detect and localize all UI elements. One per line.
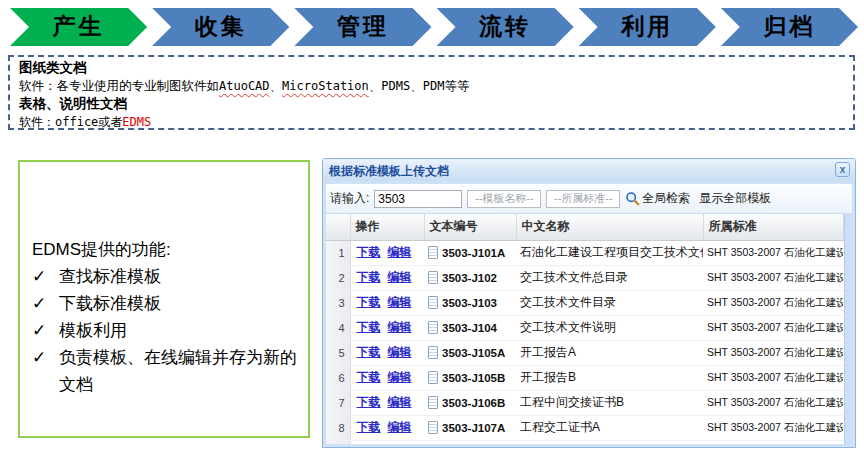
document-icon — [428, 371, 438, 384]
dialog-titlebar[interactable]: 根据标准模板上传文档 x — [323, 159, 855, 181]
document-icon — [428, 246, 438, 259]
document-icon — [428, 396, 438, 409]
vertical-scrollbar[interactable] — [844, 214, 853, 447]
download-link[interactable]: 下载 — [357, 295, 381, 309]
search-input[interactable] — [374, 190, 462, 208]
table-row: 6 下载编辑 3503-J105B 开工报告B SHT 3503-2007 石油… — [326, 365, 843, 390]
document-icon — [428, 271, 438, 284]
download-link[interactable]: 下载 — [357, 245, 381, 259]
dialog-body: 请输入: 全局检索 显示全部模板 — [323, 181, 855, 447]
flow-step-manage[interactable]: 管理 — [294, 8, 431, 46]
search-input-label: 请输入: — [330, 190, 369, 207]
standard-filter[interactable] — [546, 190, 620, 208]
edit-link[interactable]: 编辑 — [388, 295, 412, 309]
global-search-label: 全局检索 — [642, 190, 690, 207]
flow-step-transfer[interactable]: 流转 — [437, 8, 574, 46]
download-link[interactable]: 下载 — [357, 370, 381, 384]
edms-features-box: EDMS提供的功能: ✓ 查找标准模板 ✓ 下载标准模板 ✓ 模板利用 ✓ 负责… — [18, 160, 310, 438]
edit-link[interactable]: 编辑 — [388, 245, 412, 259]
show-all-templates-button[interactable]: 显示全部模板 — [699, 190, 771, 207]
document-icon — [428, 296, 438, 309]
table-row-partial — [326, 440, 843, 447]
note-line-drawing-software: 软件：各专业使用的专业制图软件如AtuoCAD、MicroStation、PDM… — [19, 77, 844, 95]
software-term: AtuoCAD — [219, 79, 270, 93]
check-icon: ✓ — [32, 263, 59, 290]
table-row: 7 下载编辑 3503-J106B 工程中间交接证书B SHT 3503-200… — [326, 390, 843, 415]
software-term: MicroStation — [282, 79, 369, 93]
close-icon[interactable]: x — [835, 162, 850, 177]
edms-term: EDMS — [122, 115, 151, 129]
template-name-filter[interactable] — [467, 190, 541, 208]
download-link[interactable]: 下载 — [357, 420, 381, 434]
software-term: PDM — [423, 79, 445, 93]
dialog-title: 根据标准模板上传文档 — [329, 164, 449, 178]
edit-link[interactable]: 编辑 — [388, 395, 412, 409]
flow-step-use[interactable]: 利用 — [579, 8, 716, 46]
edit-link[interactable]: 编辑 — [388, 270, 412, 284]
table-row: 5 下载编辑 3503-J105A 开工报告A SHT 3503-2007 石油… — [326, 340, 843, 365]
features-heading: EDMS提供的功能: — [32, 236, 304, 263]
note-heading-tables: 表格、说明性文档 — [19, 95, 844, 113]
check-icon: ✓ — [32, 317, 59, 344]
download-link[interactable]: 下载 — [357, 345, 381, 359]
flow-step-archive[interactable]: 归档 — [721, 8, 858, 46]
list-item: ✓ 查找标准模板 — [32, 263, 304, 290]
name-header[interactable]: 中文名称 — [516, 214, 703, 240]
note-heading-drawings: 图纸类文档 — [19, 59, 844, 77]
upload-template-dialog: 根据标准模板上传文档 x 请输入: 全局检索 显示全部模板 — [322, 158, 856, 448]
list-item: ✓ 模板利用 — [32, 317, 304, 344]
table-header-row: 操作 文本编号 中文名称 所属标准 — [326, 214, 843, 240]
standard-header[interactable]: 所属标准 — [703, 214, 843, 240]
dialog-toolbar: 请输入: 全局检索 显示全部模板 — [326, 184, 852, 214]
list-item: ✓ 下载标准模板 — [32, 290, 304, 317]
table-row: 1 下载编辑 3503-J101A 石油化工建设工程项目交工技术文件封面A SH… — [326, 240, 843, 265]
row-number-header[interactable] — [326, 214, 350, 240]
edit-link[interactable]: 编辑 — [388, 345, 412, 359]
list-item: ✓ 负责模板、在线编辑并存为新的文档 — [32, 344, 304, 398]
check-icon: ✓ — [32, 290, 59, 317]
edit-link[interactable]: 编辑 — [388, 420, 412, 434]
document-icon — [428, 346, 438, 359]
edit-link[interactable]: 编辑 — [388, 320, 412, 334]
template-table: 操作 文本编号 中文名称 所属标准 1 下载编辑 3503-J101A 石油化工… — [326, 214, 844, 447]
document-icon — [428, 321, 438, 334]
search-icon — [625, 191, 640, 206]
document-types-note: 图纸类文档 软件：各专业使用的专业制图软件如AtuoCAD、MicroStati… — [8, 55, 855, 130]
slide: 产生 收集 管理 流转 利用 归档 图纸类文档 软件：各专业使用的专业制图软件如… — [0, 0, 864, 466]
process-flow: 产生 收集 管理 流转 利用 归档 — [10, 8, 858, 46]
document-icon — [428, 421, 438, 434]
note-line-office-software: 软件：office或者EDMS — [19, 113, 844, 130]
ops-header[interactable]: 操作 — [350, 214, 424, 240]
download-link[interactable]: 下载 — [357, 270, 381, 284]
table-row: 3 下载编辑 3503-J103 交工技术文件目录 SHT 3503-2007 … — [326, 290, 843, 315]
flow-step-collect[interactable]: 收集 — [152, 8, 289, 46]
code-header[interactable]: 文本编号 — [424, 214, 516, 240]
table-row: 4 下载编辑 3503-J104 交工技术文件说明 SHT 3503-2007 … — [326, 315, 843, 340]
table-row: 2 下载编辑 3503-J102 交工技术文件总目录 SHT 3503-2007… — [326, 265, 843, 290]
check-icon: ✓ — [32, 344, 59, 398]
edit-link[interactable]: 编辑 — [388, 370, 412, 384]
table-row: 8 下载编辑 3503-J107A 工程交工证书A SHT 3503-2007 … — [326, 415, 843, 440]
global-search-button[interactable]: 全局检索 — [625, 190, 690, 207]
flow-step-produce[interactable]: 产生 — [10, 8, 147, 46]
download-link[interactable]: 下载 — [357, 320, 381, 334]
download-link[interactable]: 下载 — [357, 395, 381, 409]
software-term: PDMS — [381, 79, 410, 93]
template-grid: 操作 文本编号 中文名称 所属标准 1 下载编辑 3503-J101A 石油化工… — [326, 214, 852, 447]
